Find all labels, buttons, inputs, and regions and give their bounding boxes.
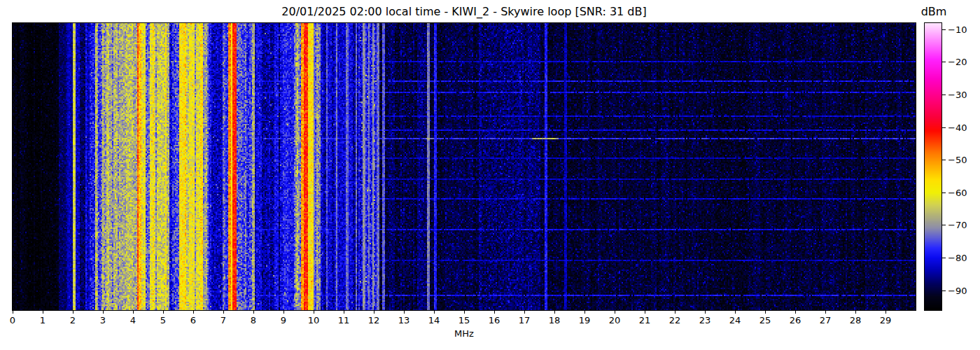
x-tick-mark — [584, 311, 585, 314]
x-tick-mark — [13, 311, 13, 314]
x-tick-label: 25 — [760, 315, 771, 326]
x-tick-mark — [253, 311, 254, 314]
colorbar-tick-mark — [942, 290, 946, 291]
x-tick-label: 28 — [850, 315, 862, 326]
x-tick-label: 3 — [100, 315, 106, 326]
colorbar-tick-label: −40 — [948, 122, 967, 132]
x-tick-label: 19 — [579, 315, 591, 326]
x-tick-label: 11 — [338, 315, 350, 326]
x-tick-label: 5 — [160, 315, 166, 326]
x-tick-label: 14 — [428, 315, 440, 326]
x-tick-mark — [615, 311, 615, 314]
colorbar-label: dBm — [914, 5, 953, 18]
x-tick-mark — [765, 311, 766, 314]
colorbar-tick-mark — [942, 29, 946, 30]
x-tick-label: 27 — [820, 315, 832, 326]
x-tick-mark — [675, 311, 676, 314]
x-tick-label: 15 — [458, 315, 470, 326]
x-tick-mark — [344, 311, 344, 314]
x-tick-mark — [464, 311, 465, 314]
colorbar-tick-mark — [942, 225, 946, 225]
x-tick-label: 23 — [699, 315, 711, 326]
x-tick-mark — [103, 311, 104, 314]
colorbar-tick-label: −30 — [948, 90, 967, 100]
colorbar-canvas — [925, 23, 941, 310]
x-tick-label: 17 — [519, 315, 531, 326]
chart-title: 20/01/2025 02:00 local time - KIWI_2 - S… — [13, 5, 916, 18]
colorbar-tick-label: −90 — [948, 285, 967, 295]
x-tick-label: 29 — [880, 315, 892, 326]
x-tick-mark — [825, 311, 826, 314]
x-tick-mark — [524, 311, 525, 314]
x-tick-mark — [193, 311, 194, 314]
colorbar-tick-label: −60 — [948, 187, 967, 197]
x-tick-mark — [163, 311, 164, 314]
x-tick-label: 9 — [281, 315, 286, 326]
x-tick-label: 18 — [549, 315, 561, 326]
x-tick-label: 16 — [489, 315, 500, 326]
colorbar-tick-mark — [942, 62, 946, 62]
x-tick-label: 12 — [368, 315, 380, 326]
x-tick-mark — [554, 311, 555, 314]
x-tick-label: 1 — [40, 315, 46, 326]
x-tick-label: 26 — [790, 315, 802, 326]
x-tick-mark — [284, 311, 284, 314]
x-tick-mark — [133, 311, 134, 314]
spectrogram-canvas — [13, 23, 916, 310]
x-axis-label: MHz — [13, 328, 916, 339]
x-tick-mark — [645, 311, 645, 314]
spectrogram-plot — [12, 22, 916, 311]
x-tick-label: 21 — [639, 315, 651, 326]
colorbar-tick-label: −50 — [948, 155, 967, 165]
x-tick-label: 20 — [609, 315, 621, 326]
x-tick-label: 7 — [220, 315, 226, 326]
x-tick-label: 6 — [190, 315, 196, 326]
colorbar — [924, 22, 942, 311]
x-tick-mark — [404, 311, 405, 314]
x-tick-mark — [795, 311, 796, 314]
x-tick-mark — [223, 311, 224, 314]
x-tick-label: 13 — [398, 315, 410, 326]
x-tick-label: 10 — [308, 315, 320, 326]
x-tick-mark — [314, 311, 314, 314]
x-tick-mark — [434, 311, 435, 314]
colorbar-tick-mark — [942, 94, 946, 95]
x-tick-mark — [855, 311, 856, 314]
x-tick-mark — [886, 311, 886, 314]
x-tick-mark — [374, 311, 374, 314]
colorbar-tick-mark — [942, 127, 946, 128]
colorbar-tick-mark — [942, 160, 946, 160]
spectrogram-figure: 20/01/2025 02:00 local time - KIWI_2 - S… — [0, 0, 980, 350]
colorbar-tick-label: −70 — [948, 220, 967, 230]
colorbar-tick-mark — [942, 192, 946, 193]
x-tick-mark — [494, 311, 495, 314]
x-tick-mark — [43, 311, 43, 314]
colorbar-tick-label: −80 — [948, 252, 967, 262]
x-tick-mark — [73, 311, 74, 314]
x-tick-label: 24 — [729, 315, 741, 326]
x-tick-label: 4 — [130, 315, 136, 326]
colorbar-tick-mark — [942, 258, 946, 258]
x-tick-label: 8 — [251, 315, 256, 326]
x-tick-label: 22 — [669, 315, 681, 326]
x-tick-mark — [735, 311, 736, 314]
x-tick-mark — [705, 311, 706, 314]
colorbar-tick-label: −20 — [948, 57, 967, 67]
x-tick-label: 0 — [10, 315, 15, 326]
colorbar-tick-label: −10 — [948, 24, 967, 34]
x-tick-label: 2 — [70, 315, 76, 326]
